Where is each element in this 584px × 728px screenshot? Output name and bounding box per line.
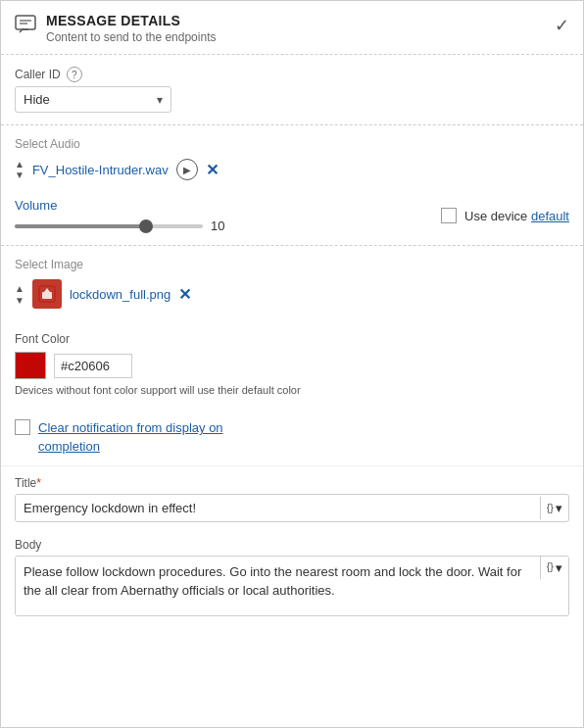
font-color-row — [15, 352, 569, 379]
caller-id-select[interactable]: Hide ▾ — [15, 86, 171, 113]
header-left: MESSAGE DETAILS Content to send to the e… — [15, 13, 216, 44]
header-subtitle: Content to send to the endpoints — [46, 30, 216, 44]
image-row: ▲ ▼ lockdown_full.png ✕ — [15, 279, 569, 309]
caller-id-label: Caller ID ? — [15, 67, 569, 82]
required-indicator: * — [36, 476, 41, 490]
body-section: Body Please follow lockdown procedures. … — [1, 530, 583, 630]
slider-thumb[interactable] — [139, 219, 153, 233]
font-color-input[interactable] — [54, 354, 132, 378]
image-label: Select Image — [15, 258, 569, 271]
audio-remove-button[interactable]: ✕ — [206, 161, 219, 179]
volume-section: Volume 10 Use device default — [1, 192, 583, 245]
notification-section: Clear notification from display on compl… — [1, 406, 583, 464]
audio-row: ▲ ▼ FV_Hostile-Intruder.wav ▶ ✕ — [15, 159, 569, 180]
collapse-button[interactable]: ✓ — [555, 15, 569, 36]
header-title: MESSAGE DETAILS — [46, 13, 216, 28]
body-label: Body — [15, 538, 569, 552]
caller-id-value: Hide — [24, 92, 50, 107]
title-template-button[interactable]: {} ▾ — [540, 497, 568, 519]
volume-value: 10 — [211, 218, 230, 233]
device-default-checkbox[interactable] — [441, 208, 457, 223]
caller-id-arrow-icon: ▾ — [157, 93, 163, 107]
title-template-arrow: ▾ — [556, 501, 562, 515]
image-sort-icon[interactable]: ▲ ▼ — [15, 283, 24, 306]
notification-checkbox[interactable] — [15, 419, 30, 435]
notification-row: Clear notification from display on compl… — [15, 419, 569, 455]
body-template-button[interactable]: {} ▾ — [540, 557, 568, 579]
image-filename[interactable]: lockdown_full.png — [70, 287, 170, 302]
device-default-highlight: default — [531, 209, 569, 223]
audio-sort-icon[interactable]: ▲ ▼ — [15, 160, 24, 180]
title-section: Title* {} ▾ — [1, 465, 583, 530]
device-default-label: Use device default — [464, 209, 569, 223]
svg-rect-0 — [16, 16, 35, 29]
audio-play-button[interactable]: ▶ — [176, 159, 198, 180]
font-color-label: Font Color — [15, 332, 569, 346]
body-template-icon: {} — [547, 560, 554, 572]
message-icon — [15, 15, 36, 37]
device-default-row: Use device default — [441, 208, 569, 223]
volume-row: Volume 10 Use device default — [15, 198, 569, 233]
body-input-row: Please follow lockdown procedures. Go in… — [15, 556, 569, 616]
title-input[interactable] — [16, 495, 540, 521]
font-color-swatch[interactable] — [15, 352, 46, 379]
image-remove-button[interactable]: ✕ — [178, 285, 191, 304]
header-text: MESSAGE DETAILS Content to send to the e… — [46, 13, 216, 44]
image-section: Select Image ▲ ▼ lockdown_full.png ✕ — [1, 245, 583, 320]
title-input-row: {} ▾ — [15, 494, 569, 522]
notification-label: Clear notification from display on compl… — [38, 419, 223, 455]
audio-filename[interactable]: FV_Hostile-Intruder.wav — [32, 163, 169, 177]
audio-section: Select Audio ▲ ▼ FV_Hostile-Intruder.wav… — [1, 125, 583, 192]
svg-rect-4 — [42, 292, 52, 299]
volume-title: Volume — [15, 198, 441, 213]
volume-slider[interactable] — [15, 224, 203, 228]
font-color-note: Devices without font color support will … — [15, 383, 309, 398]
slider-fill — [15, 224, 146, 228]
body-textarea[interactable]: Please follow lockdown procedures. Go in… — [16, 557, 540, 615]
body-template-arrow: ▾ — [556, 560, 562, 575]
image-thumbnail — [32, 279, 62, 309]
volume-left: Volume 10 — [15, 198, 441, 233]
caller-id-help-icon[interactable]: ? — [67, 67, 82, 82]
audio-label: Select Audio — [15, 137, 569, 151]
caller-id-section: Caller ID ? Hide ▾ — [1, 55, 583, 124]
slider-container: 10 — [15, 218, 230, 233]
font-color-section: Font Color Devices without font color su… — [1, 320, 583, 406]
title-label: Title* — [15, 476, 569, 490]
title-template-icon: {} — [547, 502, 554, 513]
message-details-header: MESSAGE DETAILS Content to send to the e… — [1, 1, 583, 55]
